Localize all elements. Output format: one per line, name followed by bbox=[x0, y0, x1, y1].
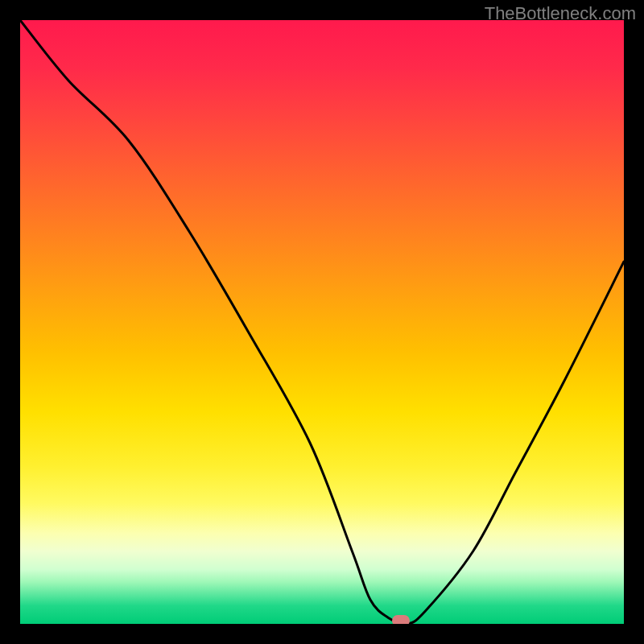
plot-area bbox=[20, 20, 624, 624]
bottleneck-curve bbox=[20, 20, 624, 624]
chart-container: TheBottleneck.com bbox=[0, 0, 644, 644]
optimal-marker bbox=[392, 615, 410, 624]
attribution-text: TheBottleneck.com bbox=[485, 3, 636, 24]
